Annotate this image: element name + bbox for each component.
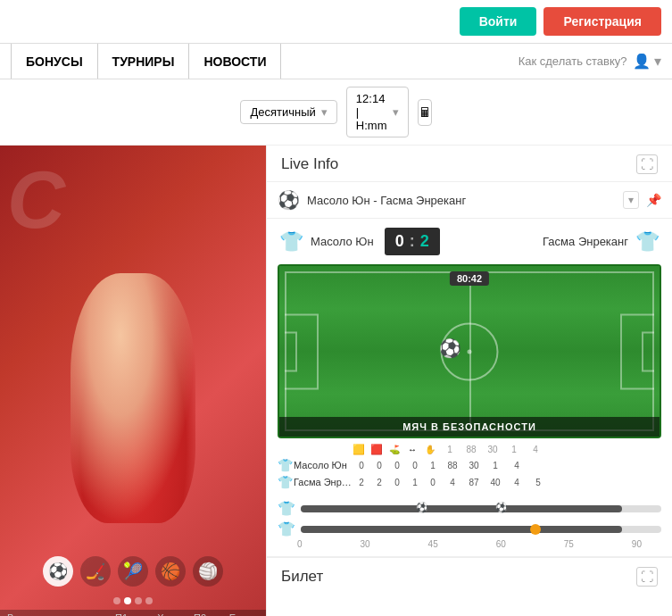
- dot-3: [135, 597, 142, 604]
- timeline-section: 👕 ⚽ ⚽ 👕 0 30: [267, 495, 672, 556]
- ticket-section: Билет ⛶: [267, 556, 672, 595]
- timeline-away-shirt: 👕: [278, 520, 295, 537]
- login-button[interactable]: Войти: [460, 7, 537, 36]
- away-shots2: 87: [464, 478, 484, 487]
- shots-target-header: 88: [461, 445, 481, 454]
- pin-icon[interactable]: 📌: [646, 193, 661, 207]
- away-subs: 1: [407, 478, 423, 487]
- timeline-home-shirt: 👕: [278, 500, 295, 517]
- away-yellow: 2: [353, 478, 369, 487]
- nav-item-tournaments[interactable]: ТУРНИРЫ: [98, 44, 190, 79]
- home-att1: 1: [485, 461, 505, 470]
- red-card-header: 🟥: [369, 444, 385, 455]
- girl-silhouette: [71, 273, 195, 523]
- sport-hockey[interactable]: 🏒: [80, 556, 111, 587]
- sub-header: ↔: [404, 445, 420, 454]
- register-button[interactable]: Регистрация: [543, 7, 661, 36]
- label-90: 90: [632, 539, 642, 549]
- time-format-select[interactable]: 12:14 | H:mm ▾: [346, 87, 409, 137]
- ticket-expand-icon[interactable]: ⛶: [636, 567, 658, 587]
- calculator-button[interactable]: 🖩: [418, 99, 432, 126]
- stats-icons-header: 🟨 🟥 ⛳ ↔ ✋ 1 88 30 1 4: [278, 444, 661, 455]
- attacks-header: 1: [504, 445, 524, 454]
- home-shots2: 30: [464, 461, 484, 470]
- team-home-name: Масоло Юн: [311, 235, 374, 248]
- col-headers: Время П1 Х П2 Еще: [0, 610, 266, 616]
- home-shirt-stats: 👕: [278, 458, 292, 472]
- right-goal: [642, 331, 654, 371]
- timeline-home-progress: [301, 505, 622, 512]
- away-att3: 5: [528, 478, 548, 487]
- label-30: 30: [361, 539, 370, 549]
- expand-icon[interactable]: ⛶: [636, 154, 658, 174]
- label-60: 60: [496, 539, 506, 549]
- timeline-home-row: 👕 ⚽ ⚽: [278, 500, 661, 517]
- timeline-labels: 0 30 45 60 75 90: [278, 537, 661, 549]
- col-x: Х: [141, 612, 180, 616]
- toolbar: Десятичный ▾ 12:14 | H:mm ▾ 🖩: [0, 79, 672, 146]
- sport-basketball[interactable]: 🏀: [155, 556, 186, 587]
- calc-icon: 🖩: [419, 105, 431, 120]
- away-shirt-stats: 👕: [278, 475, 292, 489]
- nav-item-news[interactable]: НОВОСТИ: [189, 44, 281, 79]
- sport-volleyball[interactable]: 🏐: [193, 556, 223, 587]
- away-shirt-icon: 👕: [635, 230, 660, 254]
- team-away-name: Гасма Энреканг: [543, 235, 628, 248]
- ticket-title: Билет: [281, 568, 323, 586]
- corner-header: ⛳: [386, 445, 402, 454]
- right-panel: Live Info ⛶ ⚽ Масоло Юн - Гасма Энреканг…: [266, 146, 672, 616]
- odds-format-select[interactable]: Десятичный ▾: [240, 100, 336, 124]
- dot-2: [124, 597, 131, 604]
- chevron-down-icon2: ▾: [393, 105, 399, 119]
- home-fouls: 1: [425, 461, 441, 470]
- home-team-stats-name: Масоло Юн: [294, 460, 352, 470]
- label-75: 75: [564, 539, 574, 549]
- match-dropdown-arrow[interactable]: ▾: [623, 191, 639, 209]
- home-corners: 0: [389, 461, 405, 470]
- away-red: 2: [371, 478, 387, 487]
- home-subs: 0: [407, 461, 423, 470]
- live-info-header: Live Info ⛶: [267, 146, 672, 182]
- timeline-event-2: ⚽: [495, 502, 508, 513]
- score-row: 👕 Масоло Юн 0 : 2 Гасма Энреканг 👕: [267, 219, 672, 264]
- col-p2: П2: [180, 612, 220, 616]
- sport-soccer[interactable]: ⚽: [43, 556, 73, 587]
- stats-row-home: 👕 Масоло Юн 0 0 0 0 1 88 30 1 4: [278, 458, 661, 472]
- score-home: 0: [395, 232, 404, 251]
- soccer-ball-icon: ⚽: [278, 189, 300, 211]
- away-att2: 4: [507, 478, 527, 487]
- left-goal: [285, 331, 297, 371]
- timeline-goal-marker: [530, 524, 541, 535]
- foul-header: ✋: [422, 445, 438, 454]
- dot-4: [145, 597, 153, 604]
- main-content: C ⚽ 🏒 🎾 🏀 🏐 Время П1 Х П2: [0, 146, 672, 616]
- home-shirt-icon: 👕: [279, 230, 303, 254]
- away-att1: 40: [485, 478, 505, 487]
- timeline-away-row: 👕: [278, 520, 661, 537]
- ball-icon: ⚽: [439, 337, 461, 359]
- score-box: 0 : 2: [385, 228, 440, 255]
- timer-badge: 80:42: [450, 271, 489, 286]
- away-corners: 0: [389, 478, 405, 487]
- center-dot: [468, 349, 472, 354]
- timeline-home-bar: ⚽ ⚽: [301, 505, 661, 512]
- match-selector: ⚽ Масоло Юн - Гасма Энреканг ▾ 📌: [267, 182, 672, 219]
- nav-item-bonuses[interactable]: БОНУСЫ: [11, 44, 98, 79]
- stats-row-away: 👕 Гасма Энреканг 2 2 0 1 0 4 87 40 4 5: [278, 475, 661, 489]
- carousel-dots: [113, 597, 153, 604]
- user-icon[interactable]: 👤 ▾: [633, 53, 661, 70]
- sport-icons-row: ⚽ 🏒 🎾 🏀 🏐: [0, 556, 266, 587]
- yellow-card-header: 🟨: [351, 444, 367, 455]
- field-status-bar: МЯЧ В БЕЗОПАСНОСТИ: [279, 417, 660, 437]
- col-p1: П1: [102, 612, 141, 616]
- match-name: Масоло Юн - Гасма Энреканг: [307, 194, 616, 207]
- left-panel: C ⚽ 🏒 🎾 🏀 🏐 Время П1 Х П2: [0, 146, 266, 616]
- promo-background: C: [0, 146, 266, 616]
- help-text[interactable]: Как сделать ставку?: [519, 54, 627, 68]
- sport-tennis[interactable]: 🎾: [118, 556, 148, 587]
- chevron-down-icon: ▾: [321, 105, 328, 119]
- home-red: 0: [371, 461, 387, 470]
- football-field: ⚽ 80:42 МЯЧ В БЕЗОПАСНОСТИ: [278, 264, 661, 438]
- field-container: ⚽ 80:42 МЯЧ В БЕЗОПАСНОСТИ: [278, 264, 661, 438]
- away-fouls: 0: [425, 478, 441, 487]
